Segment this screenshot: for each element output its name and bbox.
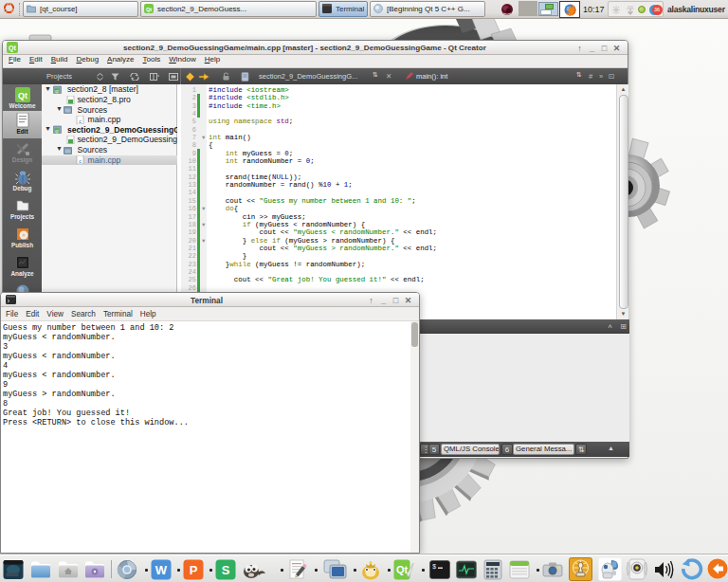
svg-text:Qt: Qt (146, 7, 152, 12)
svg-text:c: c (79, 118, 82, 123)
svg-text:Qt: Qt (396, 564, 409, 575)
svg-text:W: W (155, 563, 168, 577)
svg-text:P: P (190, 563, 198, 577)
svg-text:Qt: Qt (18, 91, 27, 100)
svg-text:c: c (79, 158, 82, 164)
svg-text:S: S (222, 563, 230, 577)
svg-text:$: $ (432, 563, 436, 571)
